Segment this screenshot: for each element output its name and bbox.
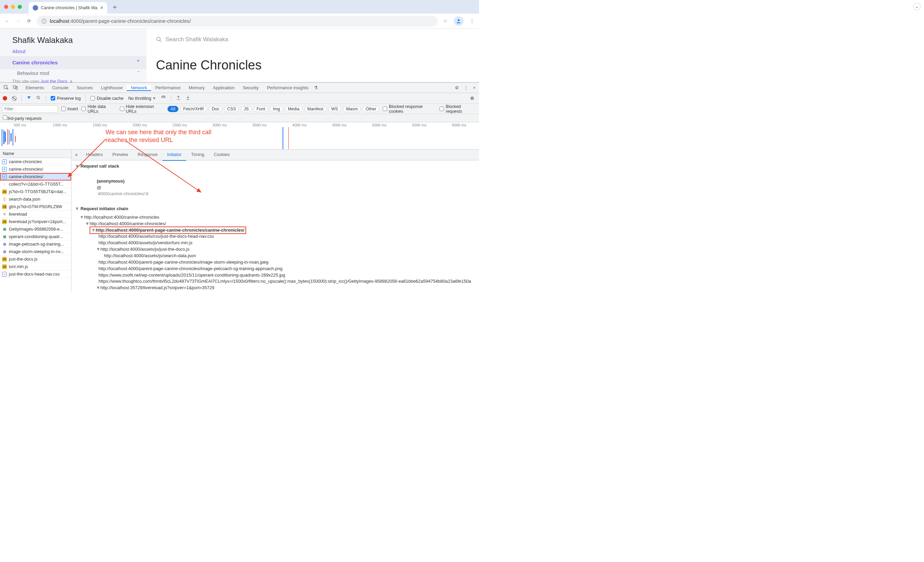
kebab-menu-icon[interactable]: ⋮ [469, 18, 475, 24]
request-row[interactable]: ○collect?v=2&tid=G-TTG55T... [0, 180, 71, 188]
device-toggle-icon[interactable] [13, 85, 18, 91]
chevron-up-icon[interactable]: ˄ [137, 60, 140, 66]
filter-chip-ws[interactable]: WS [328, 106, 341, 112]
chain-entry[interactable]: http://localhost:4000/assets/js/vendor/l… [75, 240, 476, 246]
url-input[interactable]: i localhost:4000/parent-page-canine-chro… [37, 16, 438, 27]
hide-data-urls-checkbox[interactable]: Hide data URLs [81, 104, 116, 114]
bookmark-icon[interactable]: ☆ [442, 18, 448, 24]
upload-har-icon[interactable] [176, 95, 181, 101]
blocked-requests-checkbox[interactable]: Blocked requests [440, 104, 477, 114]
new-tab-button[interactable]: ＋ [110, 2, 120, 12]
chain-entry[interactable]: https://www.zoofit.net/wp-content/upload… [75, 272, 476, 279]
close-devtools-icon[interactable]: × [473, 85, 476, 90]
maximize-window-icon[interactable] [18, 5, 22, 9]
profile-avatar-icon[interactable] [454, 17, 464, 26]
clear-button[interactable] [12, 96, 16, 101]
close-tab-icon[interactable]: × [100, 5, 103, 11]
filter-chip-media[interactable]: Media [285, 106, 302, 112]
request-row[interactable]: {}search-data.json [0, 195, 71, 203]
devtools-tab-lighthouse[interactable]: Lighthouse [97, 85, 127, 90]
site-info-icon[interactable]: i [42, 19, 46, 24]
filter-input[interactable] [2, 105, 58, 113]
browser-tab[interactable]: Canine chronicles | Shafik Wa × [28, 2, 107, 14]
preserve-log-input[interactable] [51, 96, 55, 101]
detail-tab-headers[interactable]: Headers [81, 150, 108, 161]
devtools-tab-sources[interactable]: Sources [72, 85, 97, 90]
chevron-down-icon[interactable]: ˅ [137, 71, 140, 76]
request-row[interactable]: ▦GettyImages-958882058-e... [0, 225, 71, 233]
chain-entry[interactable]: http://localhost:4000/parent-page-canine… [75, 266, 476, 272]
detail-tab-preview[interactable]: Preview [108, 150, 133, 161]
devtools-tab-console[interactable]: Console [48, 85, 72, 90]
forward-button[interactable]: → [15, 18, 21, 24]
close-detail-icon[interactable]: × [72, 152, 81, 158]
throttling-select[interactable]: No throttling ▼ [128, 96, 156, 101]
nav-item-canine-chronicles[interactable]: Canine chronicles ˄ [0, 56, 146, 69]
minimize-window-icon[interactable] [11, 5, 15, 9]
filter-chip-all[interactable]: All [168, 106, 178, 112]
close-window-icon[interactable] [4, 5, 8, 9]
filter-chip-font[interactable]: Font [254, 106, 268, 112]
filter-chip-css[interactable]: CSS [224, 106, 239, 112]
request-row[interactable]: ▦image-storm-sleeping-in-nv... [0, 248, 71, 255]
filter-chip-img[interactable]: Img [270, 106, 283, 112]
nav-item-about[interactable]: About [0, 48, 146, 56]
request-row[interactable]: ▦image-petcoach-sg-training... [0, 240, 71, 248]
site-search[interactable]: Search Shafik Walakaka [156, 36, 472, 43]
inspect-icon[interactable] [3, 85, 9, 91]
chain-entry[interactable]: ▼http://localhost:4000/parent-page-canin… [75, 227, 476, 234]
filter-chip-wasm[interactable]: Wasm [343, 106, 361, 112]
filter-chip-doc[interactable]: Doc [209, 106, 222, 112]
filter-chip-other[interactable]: Other [363, 106, 379, 112]
search-icon[interactable] [36, 95, 41, 101]
request-row[interactable]: ≡canine-chronicles [0, 158, 71, 165]
network-conditions-icon[interactable] [161, 95, 166, 101]
devtools-tab-network[interactable]: Network [127, 85, 151, 91]
request-row[interactable]: JSjust-the-docs.js [0, 255, 71, 263]
devtools-tab-performance[interactable]: Performance [151, 85, 184, 90]
filter-chip-fetchxhr[interactable]: Fetch/XHR [180, 106, 207, 112]
filter-chip-js[interactable]: JS [241, 106, 252, 112]
devtools-tab-elements[interactable]: Elements [21, 85, 48, 90]
devtools-tab-performance-insights[interactable]: Performance insights [263, 85, 312, 90]
blocked-cookies-checkbox[interactable]: Blocked response cookies [382, 104, 436, 114]
invert-checkbox[interactable]: Invert [61, 107, 78, 111]
callstack-entry[interactable]: (anonymous) @ :4000/canine-chronicles/:6 [75, 172, 476, 204]
download-har-icon[interactable] [186, 95, 190, 101]
kebab-menu-icon[interactable]: ⋮ [464, 85, 468, 90]
detail-tab-timing[interactable]: Timing [186, 150, 209, 161]
detail-tab-cookies[interactable]: Cookies [209, 150, 235, 161]
request-row[interactable]: ≡just-the-docs-head-nav.css [0, 270, 71, 278]
record-button[interactable] [3, 96, 7, 101]
devtools-tab-application[interactable]: Application [209, 85, 238, 90]
request-row[interactable]: ⇅livereload [0, 210, 71, 218]
nav-subitem[interactable]: Behaviour mod ˅ [0, 69, 146, 77]
devtools-tab-memory[interactable]: Memory [184, 85, 209, 90]
request-row[interactable]: JSgtm.js?id=GTM-P5GRLZ9W [0, 203, 71, 210]
detail-tab-response[interactable]: Response [133, 150, 162, 161]
site-title[interactable]: Shafik Walakaka [0, 31, 146, 48]
chain-entry[interactable]: ▼http://localhost:35729/livereload.js?sn… [75, 285, 476, 291]
network-timeline[interactable]: 500 ms1000 ms1500 ms2000 ms2500 ms3000 m… [0, 122, 479, 150]
reload-button[interactable]: ⟳ [26, 18, 32, 24]
detail-tab-initiator[interactable]: Initiator [162, 150, 187, 161]
chain-entry[interactable]: ▼http://localhost:4000/assets/js/just-th… [75, 246, 476, 253]
chain-entry[interactable]: http://localhost:4000/parent-page-canine… [75, 259, 476, 266]
chain-entry[interactable]: http://localhost:4000/assets/js/search-d… [75, 253, 476, 259]
hide-ext-urls-checkbox[interactable]: Hide extension URLs [120, 104, 164, 114]
preserve-log-checkbox[interactable]: Preserve log [51, 96, 81, 101]
back-button[interactable]: ← [4, 18, 10, 24]
settings-gear-icon[interactable]: ⚙ [455, 85, 459, 90]
request-row[interactable]: JSlunr.min.js [0, 263, 71, 270]
request-list-header[interactable]: Name [0, 150, 71, 158]
request-row[interactable]: ▦operant-conditioning-quadr... [0, 233, 71, 240]
request-row[interactable]: JSlivereload.js?snipver=1&port... [0, 218, 71, 225]
chain-entry[interactable]: ws://localhost:35729/livereload [75, 291, 476, 292]
filter-chip-manifest[interactable]: Manifest [304, 106, 327, 112]
chain-entry[interactable]: https://www.thoughtco.com/thmb/l5cL2do48… [75, 278, 476, 285]
chain-entry[interactable]: http://localhost:4000/assets/css/just-th… [75, 233, 476, 240]
disable-cache-input[interactable] [90, 96, 95, 101]
chain-entry[interactable]: ▼http://localhost:4000/canine-chronicles [75, 214, 476, 221]
disable-cache-checkbox[interactable]: Disable cache [90, 96, 124, 101]
request-row[interactable]: JSjs?id=G-TTG55T5BJT&l=dat... [0, 188, 71, 195]
